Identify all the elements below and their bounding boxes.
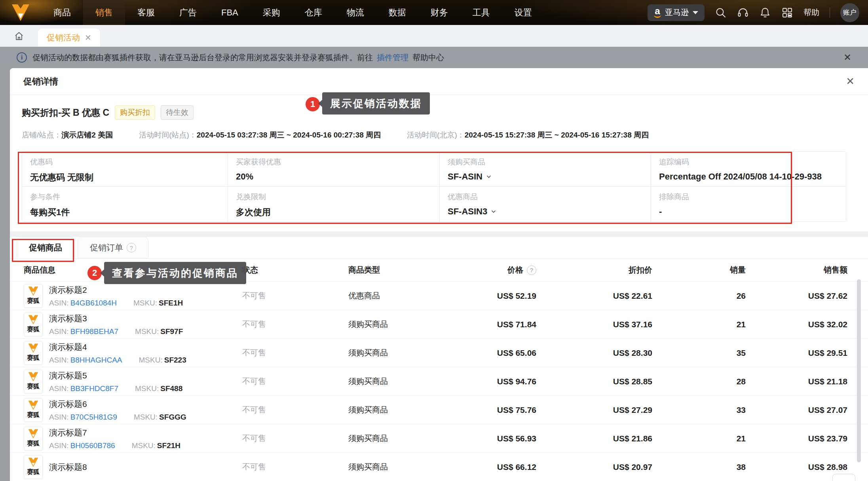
fox-thumb-icon: [27, 457, 39, 468]
price-cell: US$ 71.84: [467, 320, 536, 329]
question-icon: ?: [127, 243, 136, 252]
discount-price-cell: US$ 37.16: [536, 320, 652, 329]
sales-cell: US$ 29.51: [746, 348, 847, 358]
nav-item-2[interactable]: 销售: [83, 0, 125, 25]
product-thumbnail: 赛狐: [24, 313, 43, 336]
discount-price-cell: US$ 20.97: [536, 462, 652, 472]
corner-button-partial[interactable]: [832, 474, 855, 481]
nav-item-5[interactable]: FBA: [209, 0, 251, 25]
product-ids: ASIN:BB3FHDC8F7MSKU:SF488: [49, 384, 182, 393]
product-title: 演示标题2: [49, 284, 183, 296]
product-title: 演示标题7: [49, 427, 180, 438]
detail-cell-8: 排除商品-: [651, 187, 846, 221]
status-cell: 不可售: [242, 347, 348, 358]
nav-item-8[interactable]: 物流: [334, 0, 376, 25]
detail-cell-6: 兑换限制多次使用: [228, 187, 440, 221]
promo-summary-section: 促销详情 ✕ 购买折扣-买 B 优惠 C 购买折扣 待生效 店铺/站点：演示店铺…: [10, 68, 868, 231]
marketplace-selector[interactable]: a 亚马逊: [648, 4, 705, 21]
nav-item-1[interactable]: 商品: [41, 0, 83, 25]
page-tab-strip: 促销活动 ✕: [0, 25, 868, 47]
status-cell: 不可售: [242, 319, 348, 330]
asin-link[interactable]: BB3FHDC8F7: [70, 384, 118, 393]
detail-value: 20%: [236, 172, 439, 182]
detail-value-dropdown[interactable]: SF-ASIN: [448, 172, 651, 182]
detail-cell-4: 追踪编码Percentage Off 2024/05/08 14-10-29-9…: [651, 152, 846, 187]
qty-cell: 33: [652, 405, 746, 415]
product-title: 演示标题5: [49, 370, 182, 381]
qty-cell: 21: [652, 320, 746, 329]
modal-header: 促销详情 ✕: [10, 68, 868, 95]
qty-cell: 28: [652, 377, 746, 386]
app-logo[interactable]: [0, 4, 41, 22]
info-icon: i: [17, 52, 27, 63]
help-link[interactable]: 帮助: [803, 7, 819, 18]
price-cell: US$ 65.06: [467, 348, 536, 358]
fox-thumb-icon: [27, 400, 39, 410]
nav-item-12[interactable]: 设置: [502, 0, 544, 25]
banner-close-icon[interactable]: ✕: [843, 52, 851, 63]
notification-bell-icon[interactable]: [759, 7, 771, 19]
type-cell: 须购买商品: [348, 376, 467, 387]
sales-cell: US$ 21.18: [746, 377, 847, 386]
product-ids: ASIN:BH0560B786MSKU:SF21H: [49, 441, 180, 450]
promo-name: 购买折扣-买 B 优惠 C: [22, 107, 109, 119]
table-row-1: 赛狐演示标题2ASIN:B4GB61084HMSKU:SFE1H不可售优惠商品U…: [10, 281, 868, 310]
nav-item-4[interactable]: 广告: [167, 0, 209, 25]
status-cell: 不可售: [242, 462, 348, 472]
detail-cell-7: 优惠商品SF-ASIN3: [440, 187, 651, 221]
discount-price-cell: US$ 28.85: [536, 377, 652, 386]
plugin-manage-link[interactable]: 插件管理: [377, 52, 408, 63]
account-button[interactable]: 账户: [840, 3, 859, 22]
callout-1-tooltip: 展示促销活动数据: [322, 92, 430, 115]
tab-close-icon[interactable]: ✕: [85, 33, 91, 42]
detail-value-dropdown[interactable]: SF-ASIN3: [448, 206, 651, 217]
asin-link[interactable]: BFH98BEHA7: [70, 327, 118, 336]
fox-thumb-icon: [27, 286, 39, 296]
home-button[interactable]: [0, 25, 38, 47]
product-title: 演示标题4: [49, 342, 186, 353]
nav-item-10[interactable]: 财务: [418, 0, 460, 25]
search-icon[interactable]: [715, 7, 727, 19]
table-row-2: 赛狐演示标题3ASIN:BFH98BEHA7MSKU:SF97F不可售须购买商品…: [10, 310, 868, 338]
top-navbar: 商品销售客服广告FBA采购仓库物流数据财务工具设置 a 亚马逊 帮助 账户: [0, 0, 868, 25]
nav-item-11[interactable]: 工具: [460, 0, 502, 25]
sales-cell: US$ 27.62: [746, 291, 847, 301]
detail-value: 无优惠码 无限制: [30, 172, 228, 183]
screen: 商品销售客服广告FBA采购仓库物流数据财务工具设置 a 亚马逊 帮助 账户: [0, 0, 868, 481]
tab-promo-products[interactable]: 促销商品: [17, 237, 74, 258]
product-thumbnail: 赛狐: [24, 427, 43, 450]
product-title: 演示标题3: [49, 313, 183, 324]
modal-close-icon[interactable]: ✕: [846, 75, 855, 88]
table-row-6: 赛狐演示标题7ASIN:BH0560B786MSKU:SF21H不可售须购买商品…: [10, 424, 868, 452]
detail-cell-5: 参与条件每购买1件: [22, 187, 228, 221]
scrollbar-thumb[interactable]: [857, 279, 861, 462]
callout-1-badge: 1: [306, 97, 320, 111]
promo-status-badge: 待生效: [161, 105, 194, 120]
asin-link[interactable]: B8HHAGHCAA: [70, 356, 122, 364]
nav-item-9[interactable]: 数据: [376, 0, 418, 25]
nav-item-7[interactable]: 仓库: [292, 0, 334, 25]
plugin-notice-banner: i 促销活动的数据都由赛狐插件获取，请在亚马逊后台登录的常用浏览器安装并登录赛狐…: [0, 47, 868, 68]
apps-grid-icon[interactable]: [781, 7, 793, 19]
type-cell: 须购买商品: [348, 347, 467, 358]
nav-item-6[interactable]: 采购: [251, 0, 292, 25]
asin-link[interactable]: B70C5H81G9: [70, 413, 117, 421]
headset-icon[interactable]: [737, 7, 749, 19]
nav-item-3[interactable]: 客服: [125, 0, 167, 25]
promo-sub-tabs: 促销商品 促销订单?: [10, 237, 868, 259]
shop-site-value: 演示店铺2 美国: [61, 131, 113, 139]
detail-value: 多次使用: [236, 206, 439, 218]
caret-down-icon: [693, 11, 698, 14]
asin-link[interactable]: BH0560B786: [70, 441, 115, 450]
type-cell: 须购买商品: [348, 405, 467, 415]
modal-title: 促销详情: [23, 76, 58, 88]
qty-cell: 35: [652, 348, 746, 358]
sales-cell: US$ 27.07: [746, 405, 847, 415]
promo-title-row: 购买折扣-买 B 优惠 C 购买折扣 待生效: [22, 105, 856, 120]
type-cell: 须购买商品: [348, 433, 467, 444]
promo-meta-row: 店铺/站点：演示店铺2 美国 活动时间(站点)：2024-05-15 03:27…: [22, 130, 856, 140]
asin-link[interactable]: B4GB61084H: [70, 299, 117, 307]
tab-promo-orders[interactable]: 促销订单?: [78, 237, 148, 258]
status-cell: 不可售: [242, 405, 348, 415]
tab-promotions[interactable]: 促销活动 ✕: [38, 29, 100, 47]
